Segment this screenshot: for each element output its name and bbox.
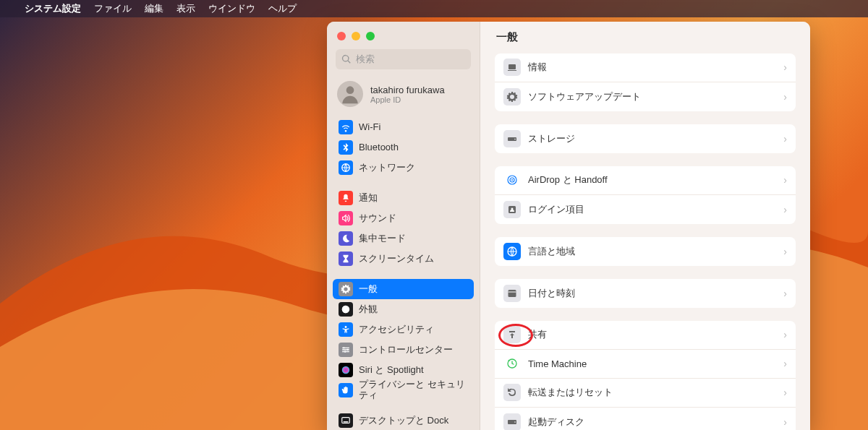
chevron-right-icon: ›: [783, 133, 787, 145]
svg-point-4: [343, 347, 344, 348]
sidebar-item-label: デスクトップと Dock: [359, 416, 448, 426]
sidebar-item-dock[interactable]: デスクトップと Dock: [333, 410, 474, 430]
search-input[interactable]: 検索: [336, 49, 471, 69]
sidebar-item-sliders[interactable]: コントロールセンター: [333, 340, 474, 360]
airdrop-icon: [503, 171, 521, 189]
sidebar-item-accessibility[interactable]: アクセシビリティ: [333, 319, 474, 340]
settings-row-label: AirDrop と Handoff: [528, 173, 783, 186]
settings-row-calendar[interactable]: 日付と時刻›: [495, 279, 796, 308]
sidebar-item-hand[interactable]: プライバシーと セキュリティ: [333, 380, 474, 400]
settings-row-label: Time Machine: [528, 358, 783, 369]
apple-id-row[interactable]: takahiro furukawa Apple ID: [327, 77, 480, 117]
user-sub: Apple ID: [370, 95, 445, 104]
sidebar-item-label: スクリーンタイム: [359, 254, 434, 265]
reset-icon: [503, 384, 521, 401]
sidebar-item-bluetooth[interactable]: Bluetooth: [333, 137, 474, 158]
settings-row-label: 共有: [528, 328, 783, 341]
chevron-right-icon: ›: [783, 204, 787, 215]
chevron-right-icon: ›: [783, 288, 787, 299]
sidebar-item-label: プライバシーと セキュリティ: [359, 379, 468, 401]
bell-icon: [339, 191, 353, 205]
calendar-icon: [503, 285, 521, 302]
svg-point-0: [346, 86, 354, 94]
sidebar-item-label: 一般: [359, 284, 378, 295]
system-settings-window: 検索 takahiro furukawa Apple ID Wi-FiBluet…: [327, 22, 810, 430]
svg-point-5: [346, 349, 348, 351]
sidebar-item-gear[interactable]: 一般: [333, 279, 474, 299]
settings-row-timemachine[interactable]: Time Machine›: [495, 350, 796, 379]
close-button[interactable]: [337, 32, 346, 40]
sidebar-item-label: ネットワーク: [359, 163, 415, 173]
laptop-icon: [503, 59, 521, 76]
drive-icon: [503, 130, 521, 147]
svg-point-3: [345, 326, 347, 328]
sidebar-item-label: サウンド: [359, 213, 396, 224]
chevron-right-icon: ›: [783, 329, 787, 340]
svg-point-6: [344, 351, 346, 352]
sidebar-item-label: 通知: [359, 193, 378, 204]
hourglass-icon: [339, 251, 353, 266]
svg-rect-20: [509, 290, 516, 297]
traffic-lights: [327, 22, 480, 46]
sidebar-item-label: Siri と Spotlight: [359, 365, 424, 376]
svg-rect-11: [509, 64, 516, 69]
globe-icon: [503, 243, 521, 260]
settings-row-airdrop[interactable]: AirDrop と Handoff›: [495, 166, 796, 195]
settings-row-gear[interactable]: ソフトウェアアップデート›: [495, 82, 796, 111]
share-icon: [503, 326, 521, 343]
settings-row-label: 情報: [528, 61, 783, 74]
sidebar-item-bell[interactable]: 通知: [333, 188, 474, 208]
chevron-right-icon: ›: [783, 387, 787, 398]
startdisk-icon: [503, 413, 521, 430]
settings-row-startdisk[interactable]: 起動ディスク›: [495, 408, 796, 430]
settings-row-label: ストレージ: [528, 132, 783, 145]
settings-row-reset[interactable]: 転送またはリセット›: [495, 379, 796, 408]
sidebar-item-moon[interactable]: 集中モード: [333, 228, 474, 249]
settings-row-label: 日付と時刻: [528, 287, 783, 300]
login-icon: [503, 201, 521, 218]
settings-row-label: 起動ディスク: [528, 416, 783, 429]
search-placeholder: 検索: [356, 53, 375, 66]
chevron-right-icon: ›: [783, 358, 787, 369]
settings-row-label: 言語と地域: [528, 245, 783, 258]
chevron-right-icon: ›: [783, 91, 787, 103]
siri-icon: [339, 363, 353, 377]
settings-row-share[interactable]: 共有›: [495, 321, 796, 350]
accessibility-icon: [339, 322, 353, 337]
sidebar-item-hourglass[interactable]: スクリーンタイム: [333, 249, 474, 269]
sound-icon: [339, 211, 353, 225]
settings-row-login[interactable]: ログイン項目›: [495, 195, 796, 224]
gear-icon: [339, 282, 353, 296]
search-icon: [341, 54, 352, 64]
wifi-icon: [339, 120, 353, 134]
sidebar: 検索 takahiro furukawa Apple ID Wi-FiBluet…: [327, 22, 480, 430]
sidebar-item-label: コントロールセンター: [359, 345, 453, 356]
chevron-right-icon: ›: [783, 416, 787, 428]
page-title: 一般: [480, 22, 810, 53]
network-icon: [339, 160, 353, 175]
sidebar-item-appearance[interactable]: 外観: [333, 299, 474, 319]
zoom-button[interactable]: [366, 32, 375, 40]
settings-row-laptop[interactable]: 情報›: [495, 53, 796, 82]
gear-icon: [503, 88, 521, 106]
user-name: takahiro furukawa: [370, 85, 445, 95]
sidebar-item-label: 集中モード: [359, 233, 406, 244]
sidebar-item-network[interactable]: ネットワーク: [333, 158, 474, 178]
svg-point-7: [342, 366, 350, 374]
settings-row-globe[interactable]: 言語と地域›: [495, 237, 796, 266]
svg-point-23: [514, 421, 516, 423]
sidebar-list: Wi-FiBluetoothネットワーク通知サウンド集中モードスクリーンタイム一…: [327, 117, 480, 430]
sidebar-item-siri[interactable]: Siri と Spotlight: [333, 360, 474, 380]
chevron-right-icon: ›: [783, 246, 787, 257]
settings-row-drive[interactable]: ストレージ›: [495, 124, 796, 153]
sidebar-item-label: 外観: [359, 304, 378, 315]
sliders-icon: [339, 343, 353, 357]
appearance-icon: [339, 302, 353, 317]
sidebar-item-wifi[interactable]: Wi-Fi: [333, 117, 474, 137]
bluetooth-icon: [339, 140, 353, 155]
hand-icon: [339, 383, 353, 397]
minimize-button[interactable]: [352, 32, 360, 40]
sidebar-item-label: アクセシビリティ: [359, 324, 434, 335]
settings-list: 情報›ソフトウェアアップデート›ストレージ›AirDrop と Handoff›…: [480, 53, 810, 430]
sidebar-item-sound[interactable]: サウンド: [333, 208, 474, 228]
